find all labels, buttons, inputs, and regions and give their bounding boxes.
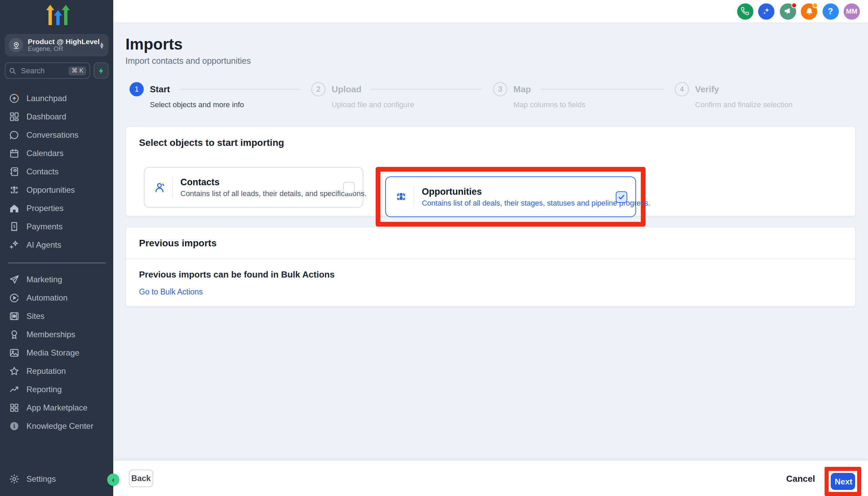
step-connector xyxy=(179,89,301,89)
go-to-bulk-actions-link[interactable]: Go to Bulk Actions xyxy=(139,288,203,296)
play-circle-icon xyxy=(9,292,20,303)
grid-icon xyxy=(9,402,20,413)
previous-imports-heading: Previous imports xyxy=(126,227,855,248)
search-icon xyxy=(9,67,16,74)
search-bar[interactable]: ⌘ K xyxy=(5,62,90,79)
step-3-badge: 3 xyxy=(493,82,507,96)
page-subtitle: Import contacts and opportunities xyxy=(126,56,251,66)
sidebar-item-marketing[interactable]: Marketing xyxy=(0,270,113,289)
award-ribbon-icon xyxy=(9,329,20,340)
search-input[interactable] xyxy=(20,66,69,75)
dashboard-icon xyxy=(9,111,20,122)
svg-text:$: $ xyxy=(13,223,16,228)
checkmark-icon xyxy=(618,193,625,201)
step-verify: 4 Verify Confirm and finalize selection xyxy=(675,81,856,109)
topbar: ? MM xyxy=(113,0,868,23)
previous-imports-note: Previous imports can be found in Bulk Ac… xyxy=(139,269,335,280)
opportunities-option-title: Opportunities xyxy=(422,187,609,197)
star-icon xyxy=(9,366,20,376)
annotation-rectangle: Opportunities Contains list of all deals… xyxy=(376,167,646,227)
announcements-button[interactable] xyxy=(779,3,796,19)
browser-globe-icon xyxy=(9,310,20,321)
next-button[interactable]: Next xyxy=(831,473,855,490)
user-avatar[interactable]: MM xyxy=(843,3,860,19)
previous-imports-card: Previous imports Previous imports can be… xyxy=(126,227,856,307)
launchpad-icon xyxy=(9,93,20,104)
sidebar-item-payments[interactable]: $ Payments xyxy=(0,217,113,235)
contacts-user-icon xyxy=(152,181,166,194)
opportunities-checkbox[interactable] xyxy=(616,191,627,203)
import-stepper: 1 Start Select objects and more info 2 U… xyxy=(0,81,868,111)
option-divider xyxy=(414,187,414,207)
opportunities-option-card[interactable]: Opportunities Contains list of all deals… xyxy=(385,176,636,217)
step-1-badge: 1 xyxy=(130,82,144,96)
opportunities-routing-icon xyxy=(9,184,20,195)
sidebar-item-dashboard[interactable]: Dashboard xyxy=(0,107,113,125)
question-mark-icon: ? xyxy=(827,6,833,16)
sidebar-collapse-button[interactable]: ‹ xyxy=(107,474,119,486)
quick-actions-button[interactable] xyxy=(94,62,109,79)
sidebar-item-automation[interactable]: Automation xyxy=(0,289,113,307)
step-upload: 2 Upload Upload file and configure xyxy=(311,81,493,109)
sidebar-item-memberships[interactable]: Memberships xyxy=(0,325,113,343)
step-connector xyxy=(541,89,664,89)
select-objects-card: Select objects to start importing Contac… xyxy=(126,126,856,216)
sidebar-item-sites[interactable]: Sites xyxy=(0,307,113,325)
megaphone-icon xyxy=(783,7,792,16)
sidebar-item-launchpad[interactable]: Launchpad xyxy=(0,89,113,107)
sidebar-item-settings[interactable]: Settings xyxy=(0,469,113,488)
lightning-bolt-icon xyxy=(97,66,105,75)
notifications-button[interactable] xyxy=(801,3,817,19)
phone-button[interactable] xyxy=(737,3,753,19)
address-book-icon xyxy=(9,166,20,177)
ai-assistant-button[interactable] xyxy=(758,3,774,19)
contacts-option-title: Contacts xyxy=(180,177,336,187)
step-connector xyxy=(371,89,482,89)
footer-action-bar: Back Cancel Next xyxy=(113,461,868,496)
page-title: Imports xyxy=(126,35,183,53)
gear-icon xyxy=(9,473,20,484)
bell-icon xyxy=(805,7,814,16)
sidebar-item-properties[interactable]: Properties xyxy=(0,199,113,217)
account-name: Product @ HighLevel xyxy=(28,37,99,45)
sidebar-item-conversations[interactable]: Conversations xyxy=(0,125,113,144)
sidebar-item-media-storage[interactable]: Media Storage xyxy=(0,343,113,362)
sparkles-icon xyxy=(762,7,771,16)
calendar-icon xyxy=(9,148,20,158)
sidebar-item-opportunities[interactable]: Opportunities xyxy=(0,181,113,199)
help-button[interactable]: ? xyxy=(822,3,838,19)
sidebar: Product @ HighLevel Eugene, OR ▲▼ ⌘ K La… xyxy=(0,0,113,496)
image-icon xyxy=(9,347,20,358)
sidebar-item-app-marketplace[interactable]: App Marketplace xyxy=(0,398,113,417)
sidebar-item-reputation[interactable]: Reputation xyxy=(0,362,113,380)
sparkle-icon xyxy=(9,239,20,250)
phone-icon xyxy=(740,7,749,16)
contacts-option-desc: Contains list of all leads, their detail… xyxy=(180,189,336,198)
app-window: Product @ HighLevel Eugene, OR ▲▼ ⌘ K La… xyxy=(0,0,868,496)
sidebar-item-knowledge-center[interactable]: i Knowledge Center xyxy=(0,417,113,435)
sidebar-nav-primary: Launchpad Dashboard Conversations Calend… xyxy=(0,89,113,254)
sidebar-item-ai-agents[interactable]: AI Agents xyxy=(0,235,113,254)
info-circle-icon: i xyxy=(9,420,20,431)
option-divider xyxy=(172,177,173,198)
account-switcher[interactable]: Product @ HighLevel Eugene, OR ▲▼ xyxy=(5,34,109,56)
sidebar-item-calendars[interactable]: Calendars xyxy=(0,144,113,162)
opportunities-option-desc: Contains list of all deals, their stages… xyxy=(422,199,609,207)
step-2-badge: 2 xyxy=(311,82,325,96)
paper-plane-icon xyxy=(9,274,20,285)
house-icon xyxy=(9,203,20,213)
card-divider xyxy=(126,259,855,259)
sidebar-item-contacts[interactable]: Contacts xyxy=(0,162,113,181)
sidebar-nav-secondary: Marketing Automation Sites Memberships M… xyxy=(0,270,113,435)
highlevel-logo-icon xyxy=(0,0,113,30)
contacts-option-card[interactable]: Contacts Contains list of all leads, the… xyxy=(144,167,364,207)
back-button[interactable]: Back xyxy=(129,469,153,487)
contacts-checkbox[interactable] xyxy=(343,182,355,193)
cancel-button[interactable]: Cancel xyxy=(786,469,815,487)
chat-bubble-icon xyxy=(9,129,20,140)
step-map: 3 Map Map columns to fields xyxy=(493,81,675,109)
trend-up-icon xyxy=(9,384,20,394)
notifications-badge xyxy=(813,2,818,8)
sidebar-item-reporting[interactable]: Reporting xyxy=(0,380,113,398)
opportunities-routing-icon xyxy=(394,190,407,204)
